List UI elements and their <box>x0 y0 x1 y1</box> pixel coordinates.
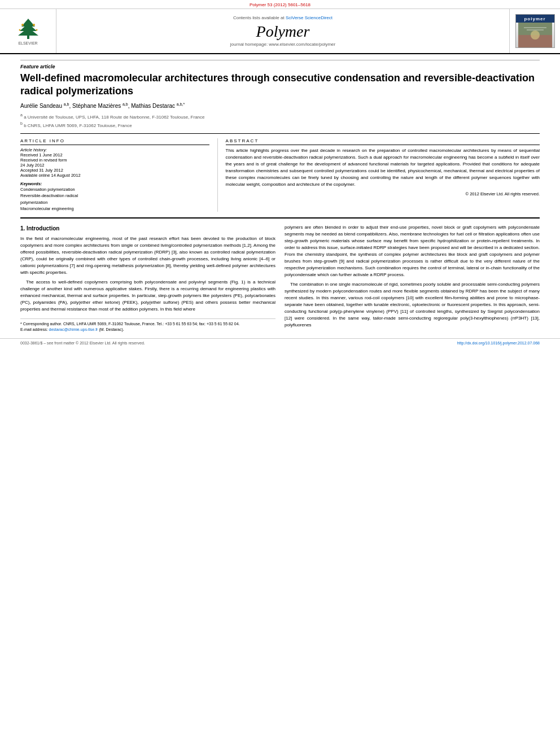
feature-label: Feature article <box>20 60 540 69</box>
keyword-3: polymerization <box>20 199 209 206</box>
copyright-line: © 2012 Elsevier Ltd. All rights reserved… <box>226 191 540 196</box>
journal-homepage: journal homepage: www.elsevier.com/locat… <box>230 42 335 47</box>
journal-title: Polymer <box>256 23 310 41</box>
authors-line: Aurélie Sandeau a,b, Stéphane Mazières a… <box>20 102 540 110</box>
article-info-header: ARTICLE INFO <box>20 138 209 145</box>
abstract-text: This article highlights progress over th… <box>226 147 540 188</box>
journal-center-info: Contents lists available at SciVerse Sci… <box>56 9 509 53</box>
polymer-logo: polymer <box>515 14 555 48</box>
svg-point-5 <box>33 24 35 26</box>
svg-rect-13 <box>527 29 544 30</box>
page-wrapper: Polymer 53 (2012) 5601–5618 ELSEVIER <box>0 0 560 747</box>
accepted: Accepted 31 July 2012 <box>20 168 209 173</box>
journal-header: ELSEVIER Contents lists available at Sci… <box>0 9 560 54</box>
received-revised-label: Received in revised form <box>20 158 209 163</box>
journal-reference-bar: Polymer 53 (2012) 5601–5618 <box>0 0 560 9</box>
received1: Received 1 June 2012 <box>20 152 209 158</box>
thereby-word: thereby <box>173 263 189 268</box>
keywords-list: Condensation polymerization Reversible-d… <box>20 186 209 212</box>
history-label: Article history: <box>20 147 209 152</box>
svg-point-7 <box>36 29 37 30</box>
bottom-issn: 0032-3861/$ – see front matter © 2012 El… <box>20 341 145 345</box>
polymer-logo-image <box>516 23 554 47</box>
sciverse-line: Contents lists available at SciVerse Sci… <box>233 15 333 20</box>
body-col2-p2: The combination in one single macromolec… <box>285 281 540 329</box>
bottom-bar: 0032-3861/$ – see front matter © 2012 El… <box>0 338 560 347</box>
body-col-left: 1. Introduction In the field of macromol… <box>20 224 275 333</box>
body-col2-p1: polymers are often blended in order to a… <box>285 224 540 278</box>
journal-reference: Polymer 53 (2012) 5601–5618 <box>250 2 310 7</box>
polymer-logo-header: polymer <box>516 15 554 23</box>
keyword-1: Condensation polymerization <box>20 186 209 193</box>
bottom-doi[interactable]: http://dx.doi.org/10.1016/j.polymer.2012… <box>457 341 540 345</box>
svg-point-11 <box>531 30 540 40</box>
polymer-cover-art <box>518 23 552 47</box>
svg-point-6 <box>19 29 20 30</box>
info-section: ARTICLE INFO Article history: Received 1… <box>20 138 540 212</box>
available-online: Available online 14 August 2012 <box>20 173 209 178</box>
two-col-body: 1. Introduction In the field of macromol… <box>20 224 540 333</box>
body-col-right: polymers are often blended in order to a… <box>285 224 540 333</box>
elsevier-label: ELSEVIER <box>18 41 37 45</box>
sciverse-text: Contents lists available at <box>233 15 285 20</box>
footnote-area: * Corresponding author. CNRS, LHFA UMR 5… <box>20 318 275 333</box>
abstract-col: ABSTRACT This article highlights progres… <box>218 138 540 212</box>
article-title: Well-defined macromolecular architecture… <box>20 72 540 97</box>
body-col1-p1: In the field of macromolecular engineeri… <box>20 235 275 276</box>
section1-title: 1. Introduction <box>20 224 275 233</box>
keywords-label: Keywords: <box>20 181 209 186</box>
sciverse-link[interactable]: SciVerse ScienceDirect <box>286 15 333 20</box>
svg-point-4 <box>21 24 24 26</box>
affiliation-b: b b CNRS, LHFA UMR 5069, F-31062 Toulous… <box>20 121 540 129</box>
body-section: 1. Introduction In the field of macromol… <box>20 217 540 333</box>
affiliation-a: a a Université de Toulouse, UPS, LHFA, 1… <box>20 112 540 120</box>
abstract-header: ABSTRACT <box>226 138 540 145</box>
polymer-logo-label: polymer <box>524 16 545 21</box>
body-col1-p2: The access to well-defined copolymers co… <box>20 279 275 313</box>
footnote1: * Corresponding author. CNRS, LHFA UMR 5… <box>20 321 275 327</box>
svg-marker-3 <box>18 28 38 36</box>
svg-rect-12 <box>524 27 546 28</box>
elsevier-logo-box: ELSEVIER <box>0 9 56 53</box>
main-content: Feature article Well-defined macromolecu… <box>0 54 560 338</box>
article-info-col: ARTICLE INFO Article history: Received 1… <box>20 138 218 212</box>
footnote2: E-mail address: destarac@chimie.ups-tlse… <box>20 327 275 333</box>
separator <box>20 133 540 134</box>
email-link[interactable]: destarac@chimie.ups-tlse.fr <box>49 327 98 331</box>
polymer-logo-box: polymer <box>509 9 560 53</box>
keyword-4: Macromolecular engineering <box>20 206 209 212</box>
elsevier-tree-icon <box>11 18 45 40</box>
revised-date: 24 July 2012 <box>20 163 209 168</box>
keyword-2: Reversible-deactivation radical <box>20 193 209 199</box>
